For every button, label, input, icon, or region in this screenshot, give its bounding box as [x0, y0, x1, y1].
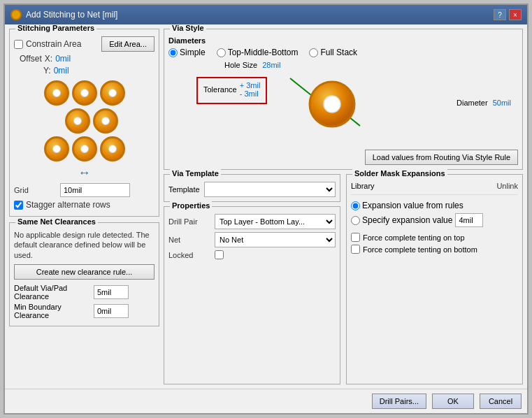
via-row-2: [65, 108, 118, 134]
grid-input[interactable]: [60, 183, 130, 197]
clearances-group: Same Net Clearances No applicable design…: [9, 222, 159, 326]
diameter-value[interactable]: 50mil: [493, 99, 511, 107]
properties-group: Properties Drill Pair Top Layer - Bottom…: [164, 206, 340, 384]
help-button[interactable]: ?: [494, 9, 506, 20]
via-diagram-svg: [276, 64, 388, 141]
dialog-title: Add Stitching to Net [mil]: [26, 10, 117, 20]
tolerance-plus[interactable]: + 3mil: [240, 81, 261, 89]
template-select[interactable]: [204, 182, 336, 197]
clearances-description: No applicable design rule detected. The …: [14, 230, 154, 260]
via-template-title: Via Template: [170, 169, 221, 178]
drill-pair-row: Drill Pair Top Layer - Bottom Lay...: [168, 214, 336, 229]
stagger-indicator: ↔: [78, 166, 91, 180]
offset-x-label: X:: [45, 54, 52, 64]
stagger-checkbox[interactable]: [14, 201, 23, 210]
via-7: [72, 136, 97, 161]
diameters-label: Diameters: [168, 36, 518, 45]
main-content: Stitching Parameters Constrain Area Edit…: [5, 24, 527, 389]
via-style-content: Diameters Simple Top-Middle-Bottom: [168, 36, 518, 165]
simple-radio[interactable]: [168, 48, 178, 57]
drill-pairs-button[interactable]: Drill Pairs...: [372, 394, 426, 409]
load-values-button[interactable]: Load values from Routing Via Style Rule: [365, 150, 518, 165]
via-row-3: [44, 136, 125, 161]
constrain-area-label: Constrain Area: [26, 39, 81, 49]
via-4: [65, 108, 90, 134]
tolerance-label: Tolerance: [203, 85, 237, 94]
via-rows: [44, 80, 125, 164]
bottom-bar: Drill Pairs... OK Cancel: [5, 389, 527, 413]
cancel-button[interactable]: Cancel: [480, 394, 522, 409]
stitching-parameters-group: Stitching Parameters Constrain Area Edit…: [9, 29, 159, 217]
force-top-row: Force complete tenting on top: [351, 233, 518, 242]
via-8: [100, 136, 125, 161]
specify-expansion-row: Specify expansion value: [351, 213, 518, 227]
stagger-row: Stagger alternate rows: [14, 200, 154, 210]
offset-x-value[interactable]: 0mil: [55, 54, 71, 64]
force-top-label: Force complete tenting on top: [363, 233, 465, 242]
via-template-group: Via Template Template: [164, 174, 340, 202]
expansion-from-rules-radio[interactable]: [351, 201, 360, 210]
via-row-1: [44, 80, 125, 106]
title-bar: Add Stitching to Net [mil] ? ×: [5, 5, 527, 24]
offset-y-value[interactable]: 0mil: [54, 66, 69, 75]
stitching-params-title: Stitching Parameters: [15, 24, 96, 32]
drill-pair-select[interactable]: Top Layer - Bottom Lay...: [215, 214, 336, 229]
top-middle-bottom-label: Top-Middle-Bottom: [228, 48, 299, 57]
tolerance-values: + 3mil - 3mil: [240, 81, 261, 98]
template-label: Template: [168, 185, 200, 194]
create-clearance-container: Create new clearance rule...: [14, 264, 154, 280]
default-via-row: Default Via/Pad Clearance: [14, 284, 154, 301]
load-values-container: Load values from Routing Via Style Rule: [168, 150, 518, 165]
right-bottom: Solder Mask Expansions Library Unlink: [346, 174, 523, 384]
locked-checkbox[interactable]: [215, 250, 224, 259]
hole-size-container: Hole Size 28mil: [224, 61, 280, 69]
min-boundary-label: Min Boundary Clearance: [14, 303, 91, 319]
specify-expansion-radio[interactable]: [351, 216, 360, 225]
solder-mask-title: Solder Mask Expansions: [352, 169, 447, 178]
force-bottom-checkbox[interactable]: [351, 245, 360, 254]
edit-area-button[interactable]: Edit Area...: [101, 36, 154, 52]
tolerance-minus[interactable]: - 3mil: [240, 89, 261, 98]
locked-row: Locked: [168, 250, 336, 259]
via-diagram-area: Hole Size 28mil Tolerance + 3mil - 3mil: [168, 57, 518, 148]
simple-label: Simple: [180, 48, 206, 57]
solder-mask-options: Expansion value from rules Specify expan…: [351, 201, 518, 254]
constrain-area-checkbox[interactable]: [14, 40, 23, 49]
specify-expansion-label[interactable]: Specify expansion value: [351, 215, 452, 225]
offset-y-label: Y:: [43, 66, 51, 75]
simple-radio-label[interactable]: Simple: [168, 48, 206, 57]
via-2: [72, 80, 97, 106]
top-middle-bottom-radio-label[interactable]: Top-Middle-Bottom: [217, 48, 299, 57]
title-bar-controls: ? ×: [494, 9, 522, 20]
specify-expansion-input[interactable]: [455, 213, 483, 227]
drill-pair-label: Drill Pair: [168, 217, 210, 226]
default-via-input[interactable]: [94, 285, 129, 299]
locked-label: Locked: [168, 251, 210, 259]
close-button[interactable]: ×: [509, 9, 522, 20]
full-stack-radio-label[interactable]: Full Stack: [309, 48, 357, 57]
full-stack-radio[interactable]: [309, 48, 318, 57]
stagger-label: Stagger alternate rows: [26, 200, 110, 210]
force-bottom-label: Force complete tenting on bottom: [363, 245, 477, 254]
expansion-from-rules-text: Expansion value from rules: [362, 201, 463, 210]
via-style-title: Via Style: [170, 24, 206, 32]
offset-y-row: Y: 0mil: [14, 66, 154, 75]
library-row: Library Unlink: [351, 182, 518, 195]
specify-expansion-text: Specify expansion value: [362, 215, 452, 225]
expansion-from-rules-label[interactable]: Expansion value from rules: [351, 201, 518, 210]
net-select[interactable]: No Net: [215, 232, 336, 247]
tolerance-row: Tolerance + 3mil - 3mil: [203, 81, 260, 98]
solder-mask-group: Solder Mask Expansions Library Unlink: [346, 174, 523, 384]
via-style-group: Via Style Diameters Simple Top-Middle-Bo…: [164, 29, 523, 170]
create-clearance-button[interactable]: Create new clearance rule...: [14, 264, 154, 280]
unlink-label: Unlink: [496, 182, 518, 190]
left-panel: Stitching Parameters Constrain Area Edit…: [9, 29, 159, 384]
offset-x-row: Offset X: 0mil: [14, 54, 154, 64]
top-middle-bottom-radio[interactable]: [217, 48, 226, 57]
library-label: Library: [351, 182, 375, 190]
min-boundary-input[interactable]: [94, 304, 129, 318]
title-bar-left: Add Stitching to Net [mil]: [10, 9, 117, 20]
force-bottom-row: Force complete tenting on bottom: [351, 245, 518, 254]
force-top-checkbox[interactable]: [351, 233, 360, 242]
ok-button[interactable]: OK: [432, 394, 474, 409]
